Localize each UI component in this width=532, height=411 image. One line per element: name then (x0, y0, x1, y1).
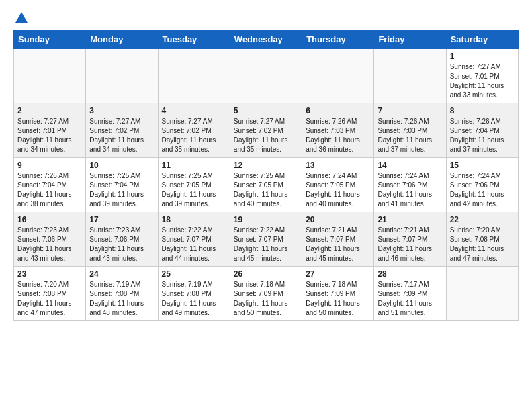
day-number: 11 (162, 161, 226, 170)
day-number: 26 (234, 269, 298, 279)
calendar-day-cell: 7Sunrise: 7:26 AM Sunset: 7:03 PM Daylig… (374, 103, 446, 158)
calendar-day-cell (230, 49, 302, 103)
day-number: 9 (17, 161, 82, 170)
calendar-header-saturday: Saturday (446, 30, 518, 49)
day-number: 22 (450, 215, 515, 224)
calendar-day-cell: 21Sunrise: 7:21 AM Sunset: 7:07 PM Dayli… (374, 212, 446, 267)
calendar-day-cell: 20Sunrise: 7:21 AM Sunset: 7:07 PM Dayli… (302, 212, 374, 267)
day-info: Sunrise: 7:27 AM Sunset: 7:02 PM Dayligh… (162, 117, 226, 154)
calendar-header-row: SundayMondayTuesdayWednesdayThursdayFrid… (14, 30, 519, 49)
calendar-header-thursday: Thursday (302, 30, 374, 49)
calendar-day-cell: 5Sunrise: 7:27 AM Sunset: 7:02 PM Daylig… (230, 103, 302, 158)
day-number: 18 (162, 215, 226, 224)
day-number: 28 (378, 269, 442, 279)
calendar-day-cell: 8Sunrise: 7:26 AM Sunset: 7:04 PM Daylig… (446, 103, 518, 158)
svg-marker-0 (15, 12, 28, 23)
calendar-header-tuesday: Tuesday (158, 30, 230, 49)
day-number: 24 (89, 269, 154, 279)
day-info: Sunrise: 7:25 AM Sunset: 7:05 PM Dayligh… (162, 171, 226, 209)
day-info: Sunrise: 7:22 AM Sunset: 7:07 PM Dayligh… (162, 226, 226, 263)
header (13, 11, 519, 23)
calendar-day-cell: 28Sunrise: 7:17 AM Sunset: 7:09 PM Dayli… (374, 267, 446, 321)
calendar-day-cell (158, 49, 230, 103)
calendar-week-row: 2Sunrise: 7:27 AM Sunset: 7:01 PM Daylig… (14, 103, 519, 158)
calendar-week-row: 9Sunrise: 7:26 AM Sunset: 7:04 PM Daylig… (14, 158, 519, 212)
day-info: Sunrise: 7:24 AM Sunset: 7:06 PM Dayligh… (378, 171, 442, 209)
calendar-week-row: 1Sunrise: 7:27 AM Sunset: 7:01 PM Daylig… (14, 49, 519, 103)
day-number: 27 (306, 269, 370, 279)
calendar-header-friday: Friday (374, 30, 446, 49)
calendar-day-cell: 26Sunrise: 7:18 AM Sunset: 7:09 PM Dayli… (230, 267, 302, 321)
calendar-header-wednesday: Wednesday (230, 30, 302, 49)
calendar-day-cell: 4Sunrise: 7:27 AM Sunset: 7:02 PM Daylig… (158, 103, 230, 158)
calendar-day-cell: 1Sunrise: 7:27 AM Sunset: 7:01 PM Daylig… (446, 49, 518, 103)
calendar-day-cell (446, 267, 518, 321)
day-info: Sunrise: 7:26 AM Sunset: 7:04 PM Dayligh… (17, 171, 82, 209)
day-info: Sunrise: 7:19 AM Sunset: 7:08 PM Dayligh… (162, 280, 226, 318)
calendar-day-cell: 15Sunrise: 7:24 AM Sunset: 7:06 PM Dayli… (446, 158, 518, 212)
day-number: 13 (306, 161, 370, 170)
day-info: Sunrise: 7:23 AM Sunset: 7:06 PM Dayligh… (17, 226, 82, 263)
day-info: Sunrise: 7:27 AM Sunset: 7:02 PM Dayligh… (89, 117, 154, 154)
calendar-week-row: 16Sunrise: 7:23 AM Sunset: 7:06 PM Dayli… (14, 212, 519, 267)
day-number: 25 (162, 269, 226, 279)
calendar-day-cell: 2Sunrise: 7:27 AM Sunset: 7:01 PM Daylig… (14, 103, 86, 158)
day-info: Sunrise: 7:27 AM Sunset: 7:02 PM Dayligh… (234, 117, 298, 154)
calendar-day-cell: 12Sunrise: 7:25 AM Sunset: 7:05 PM Dayli… (230, 158, 302, 212)
calendar-day-cell (14, 49, 86, 103)
calendar-day-cell: 19Sunrise: 7:22 AM Sunset: 7:07 PM Dayli… (230, 212, 302, 267)
day-number: 20 (306, 215, 370, 224)
logo-icon (14, 11, 29, 26)
calendar: SundayMondayTuesdayWednesdayThursdayFrid… (13, 30, 519, 321)
calendar-day-cell: 13Sunrise: 7:24 AM Sunset: 7:05 PM Dayli… (302, 158, 374, 212)
day-info: Sunrise: 7:27 AM Sunset: 7:01 PM Dayligh… (17, 117, 82, 154)
day-number: 8 (450, 106, 515, 116)
day-info: Sunrise: 7:26 AM Sunset: 7:03 PM Dayligh… (378, 117, 442, 154)
calendar-day-cell: 27Sunrise: 7:18 AM Sunset: 7:09 PM Dayli… (302, 267, 374, 321)
calendar-day-cell: 9Sunrise: 7:26 AM Sunset: 7:04 PM Daylig… (14, 158, 86, 212)
day-number: 1 (450, 52, 515, 61)
day-info: Sunrise: 7:26 AM Sunset: 7:04 PM Dayligh… (450, 117, 515, 154)
calendar-day-cell: 10Sunrise: 7:25 AM Sunset: 7:04 PM Dayli… (86, 158, 158, 212)
day-number: 15 (450, 161, 515, 170)
day-info: Sunrise: 7:20 AM Sunset: 7:08 PM Dayligh… (450, 226, 515, 263)
day-info: Sunrise: 7:21 AM Sunset: 7:07 PM Dayligh… (306, 226, 370, 263)
day-number: 19 (234, 215, 298, 224)
calendar-day-cell: 24Sunrise: 7:19 AM Sunset: 7:08 PM Dayli… (86, 267, 158, 321)
day-number: 14 (378, 161, 442, 170)
calendar-header-sunday: Sunday (14, 30, 86, 49)
day-number: 7 (378, 106, 442, 116)
calendar-day-cell: 18Sunrise: 7:22 AM Sunset: 7:07 PM Dayli… (158, 212, 230, 267)
calendar-day-cell: 16Sunrise: 7:23 AM Sunset: 7:06 PM Dayli… (14, 212, 86, 267)
calendar-day-cell: 23Sunrise: 7:20 AM Sunset: 7:08 PM Dayli… (14, 267, 86, 321)
day-number: 21 (378, 215, 442, 224)
day-info: Sunrise: 7:20 AM Sunset: 7:08 PM Dayligh… (17, 280, 82, 318)
calendar-day-cell: 25Sunrise: 7:19 AM Sunset: 7:08 PM Dayli… (158, 267, 230, 321)
day-number: 3 (89, 106, 154, 116)
day-info: Sunrise: 7:18 AM Sunset: 7:09 PM Dayligh… (306, 280, 370, 318)
day-number: 2 (17, 106, 82, 116)
calendar-day-cell (374, 49, 446, 103)
calendar-header-monday: Monday (86, 30, 158, 49)
day-info: Sunrise: 7:18 AM Sunset: 7:09 PM Dayligh… (234, 280, 298, 318)
calendar-day-cell (302, 49, 374, 103)
day-info: Sunrise: 7:23 AM Sunset: 7:06 PM Dayligh… (89, 226, 154, 263)
calendar-day-cell: 3Sunrise: 7:27 AM Sunset: 7:02 PM Daylig… (86, 103, 158, 158)
calendar-day-cell: 14Sunrise: 7:24 AM Sunset: 7:06 PM Dayli… (374, 158, 446, 212)
calendar-day-cell: 17Sunrise: 7:23 AM Sunset: 7:06 PM Dayli… (86, 212, 158, 267)
logo (13, 11, 30, 23)
calendar-day-cell: 11Sunrise: 7:25 AM Sunset: 7:05 PM Dayli… (158, 158, 230, 212)
day-info: Sunrise: 7:21 AM Sunset: 7:07 PM Dayligh… (378, 226, 442, 263)
day-number: 6 (306, 106, 370, 116)
day-info: Sunrise: 7:24 AM Sunset: 7:06 PM Dayligh… (450, 171, 515, 209)
calendar-day-cell: 22Sunrise: 7:20 AM Sunset: 7:08 PM Dayli… (446, 212, 518, 267)
day-number: 10 (89, 161, 154, 170)
day-info: Sunrise: 7:17 AM Sunset: 7:09 PM Dayligh… (378, 280, 442, 318)
day-info: Sunrise: 7:25 AM Sunset: 7:04 PM Dayligh… (89, 171, 154, 209)
day-info: Sunrise: 7:22 AM Sunset: 7:07 PM Dayligh… (234, 226, 298, 263)
day-number: 5 (234, 106, 298, 116)
day-number: 23 (17, 269, 82, 279)
day-number: 16 (17, 215, 82, 224)
day-number: 17 (89, 215, 154, 224)
day-info: Sunrise: 7:24 AM Sunset: 7:05 PM Dayligh… (306, 171, 370, 209)
